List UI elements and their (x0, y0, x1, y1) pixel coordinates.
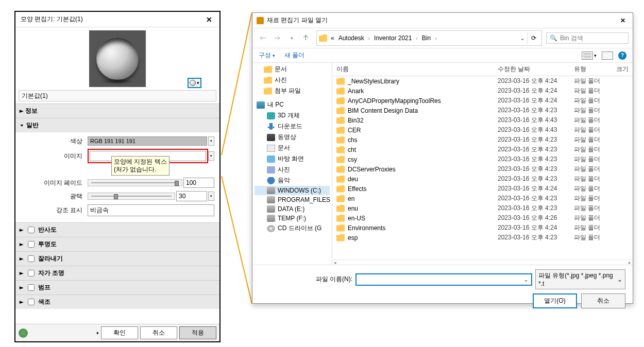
reflectivity-checkbox[interactable] (28, 227, 35, 233)
breadcrumb[interactable]: « Autodesk› Inventor 2021› Bin› (329, 34, 438, 42)
section-bump[interactable]: ▶범프 (15, 281, 219, 294)
folder-icon (336, 117, 345, 124)
view-icon[interactable] (582, 51, 593, 60)
tree-node[interactable]: 동영상 (255, 132, 330, 143)
gloss-slider[interactable] (88, 193, 175, 200)
help-icon[interactable]: ? (618, 51, 626, 60)
apply-button[interactable]: 적용 (179, 326, 216, 339)
file-row[interactable]: _NewStylesLibrary2023-03-16 오후 4:24파일 폴더 (332, 76, 633, 86)
close-button[interactable]: ✕ (204, 15, 214, 24)
col-size[interactable]: 크기 (611, 65, 633, 74)
tree-node[interactable]: 첨부 파일 (255, 85, 330, 96)
cancel-button[interactable]: 취소 (140, 326, 177, 339)
section-transparency[interactable]: ▶투명도 (15, 237, 219, 251)
preview-mode-selector[interactable]: ▾ (188, 78, 201, 88)
tree-node[interactable]: DATA (E:) (255, 204, 330, 214)
refresh-button[interactable]: ⟳ (527, 32, 539, 44)
section-cutout[interactable]: ▶잘라내기 (15, 252, 219, 266)
image-dropdown[interactable]: ▾ (208, 151, 214, 161)
tree-node[interactable]: 3D 개체 (255, 110, 330, 121)
filename-input-wrap[interactable]: ⌄ (355, 273, 532, 286)
col-type[interactable]: 유형 (570, 65, 611, 74)
tree-node[interactable]: 문서 (255, 143, 330, 153)
address-bar[interactable]: « Autodesk› Inventor 2021› Bin› ⌄ ⟳ (316, 30, 542, 46)
col-date[interactable]: 수정한 날짜 (494, 65, 570, 74)
dialog-close-button[interactable]: ✕ (617, 17, 629, 24)
color-dropdown[interactable]: ▾ (208, 136, 214, 146)
file-row[interactable]: cht2023-03-16 오후 4:23파일 폴더 (332, 145, 633, 154)
gloss-value[interactable] (176, 191, 207, 201)
file-row[interactable]: csy2023-03-16 오후 4:23파일 폴더 (332, 154, 633, 164)
tree-node[interactable]: TEMP (F:) (255, 214, 330, 223)
filetype-filter[interactable]: 파일 유형(*.jpg *.jpeg *.png *.t ⌄ (535, 269, 625, 289)
horizontal-scrollbar[interactable] (332, 259, 633, 265)
tree-node[interactable]: 문서 (255, 64, 330, 75)
gloss-dropdown[interactable]: ▾ (208, 192, 214, 201)
file-row[interactable]: Bin322023-03-16 오후 4:43파일 폴더 (332, 115, 633, 125)
tint-checkbox[interactable] (28, 299, 35, 305)
tree-node[interactable]: PROGRAM_FILES (255, 195, 330, 204)
file-list-body[interactable]: _NewStylesLibrary2023-03-16 오후 4:24파일 폴더… (332, 76, 633, 259)
tree-node[interactable]: 다운로드 (255, 121, 330, 132)
filename-input[interactable] (359, 276, 520, 283)
section-reflectivity[interactable]: ▶반사도 (15, 223, 219, 237)
transparency-checkbox[interactable] (28, 241, 35, 248)
file-row[interactable]: DCServerProxies2023-03-16 오후 4:23파일 폴더 (332, 164, 633, 174)
color-swatch[interactable]: RGB 191 191 191 (88, 136, 207, 146)
nav-up[interactable]: 🡡 (300, 32, 312, 44)
file-row[interactable]: Environments2023-03-16 오후 4:24파일 폴더 (332, 223, 633, 233)
fade-slider[interactable] (88, 179, 182, 186)
tree-icon (267, 187, 275, 194)
open-button[interactable]: 열기(O) (533, 293, 577, 308)
selfillum-checkbox[interactable] (28, 270, 35, 276)
appearance-editor-window: 모양 편집기: 기본값(1) ✕ ▾ ▶정보 ▼일반 색상 RGB 191 19… (14, 11, 221, 342)
organize-button[interactable]: 구성▾ (259, 51, 275, 60)
section-general[interactable]: ▼일반 (15, 118, 219, 132)
highlight-select[interactable]: 비금속 (88, 204, 214, 216)
nav-back[interactable]: 🡠 (257, 32, 269, 44)
titlebar: 모양 편집기: 기본값(1) ✕ (15, 12, 219, 27)
gear-icon[interactable] (19, 328, 28, 338)
section-selfillum[interactable]: ▶자가 조명 (15, 266, 219, 280)
search-input[interactable] (560, 34, 625, 42)
search-box[interactable]: 🔍 (546, 32, 629, 44)
file-row[interactable]: chs2023-03-16 오후 4:23파일 폴더 (332, 135, 633, 145)
filename-dropdown[interactable]: ⌄ (520, 276, 529, 283)
file-type: 파일 폴더 (570, 233, 611, 242)
tree-node[interactable]: CD 드라이브 (G (255, 223, 330, 234)
dlg-cancel-button[interactable]: 취소 (581, 293, 625, 308)
file-row[interactable]: esp2023-03-16 오후 4:23파일 폴더 (332, 233, 633, 242)
preview-pane-icon[interactable] (602, 51, 613, 60)
cutout-checkbox[interactable] (28, 255, 35, 262)
file-name: Effects (348, 185, 366, 193)
section-info[interactable]: ▶정보 (15, 104, 219, 118)
bump-checkbox[interactable] (28, 284, 35, 291)
file-row[interactable]: en2023-03-16 오후 4:23파일 폴더 (332, 194, 633, 203)
tree-node[interactable]: WINDOWS (C:) (255, 186, 330, 195)
file-row[interactable]: enu2023-03-16 오후 4:23파일 폴더 (332, 203, 633, 213)
col-name[interactable]: 이름 (332, 65, 494, 74)
nav-recent-dropdown[interactable]: ▾ (285, 32, 298, 44)
file-row[interactable]: en-US2023-03-16 오후 4:26파일 폴더 (332, 213, 633, 223)
file-row[interactable]: Anark2023-03-16 오후 4:24파일 폴더 (332, 86, 633, 96)
folder-icon (336, 195, 345, 202)
file-list-header[interactable]: 이름 수정한 날짜 유형 크기 (332, 63, 633, 76)
file-row[interactable]: Effects2023-03-16 오후 4:24파일 폴더 (332, 184, 633, 194)
newfolder-button[interactable]: 새 폴더 (284, 51, 304, 60)
file-row[interactable]: AnyCADPropertyMappingToolRes2023-03-16 오… (332, 96, 633, 106)
tree-node[interactable]: 사진 (255, 75, 330, 85)
tree-node[interactable]: 음악 (255, 175, 330, 186)
fade-value[interactable] (183, 178, 214, 188)
tree-node[interactable]: 바탕 화면 (255, 153, 330, 164)
file-row[interactable]: BIM Content Design Data2023-03-16 오후 4:2… (332, 106, 633, 115)
section-tint[interactable]: ▶색조 (15, 295, 219, 309)
nav-tree[interactable]: 문서사진첨부 파일내 PC3D 개체다운로드동영상문서바탕 화면사진음악WIND… (252, 63, 332, 265)
appearance-name-input[interactable] (19, 90, 216, 101)
file-row[interactable]: CER2023-03-16 오후 4:43파일 폴더 (332, 125, 633, 135)
file-row[interactable]: deu2023-03-16 오후 4:23파일 폴더 (332, 174, 633, 184)
tree-node[interactable]: 사진 (255, 164, 330, 175)
ok-button[interactable]: 확인 (101, 326, 138, 339)
tree-node[interactable]: 내 PC (255, 99, 330, 110)
nav-forward[interactable]: 🡢 (271, 32, 283, 44)
address-dropdown[interactable]: ⌄ (518, 34, 527, 42)
